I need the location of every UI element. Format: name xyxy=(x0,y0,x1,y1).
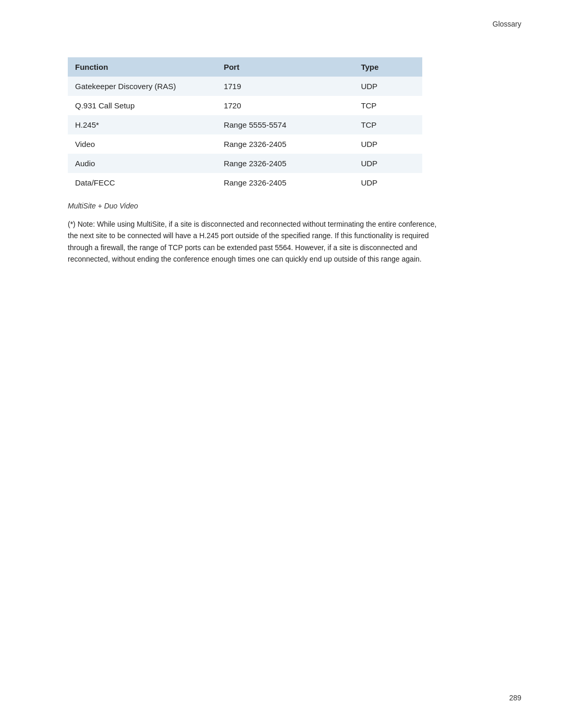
cell-port: 1719 xyxy=(216,77,353,96)
table-row: H.245*Range 5555-5574TCP xyxy=(68,115,422,134)
cell-function: Q.931 Call Setup xyxy=(68,96,216,115)
page-number: 289 xyxy=(509,694,521,702)
cell-port: 1720 xyxy=(216,96,353,115)
table-row: AudioRange 2326-2405UDP xyxy=(68,154,422,173)
cell-port: Range 2326-2405 xyxy=(216,173,353,192)
col-header-port: Port xyxy=(216,57,353,77)
cell-port: Range 2326-2405 xyxy=(216,134,353,154)
cell-type: TCP xyxy=(353,115,422,134)
table-header-row: Function Port Type xyxy=(68,57,422,77)
cell-type: UDP xyxy=(353,154,422,173)
page-header: Glossary xyxy=(493,20,521,28)
cell-type: TCP xyxy=(353,96,422,115)
cell-type: UDP xyxy=(353,173,422,192)
table-row: VideoRange 2326-2405UDP xyxy=(68,134,422,154)
note-text: (*) Note: While using MultiSite, if a si… xyxy=(68,218,443,265)
table-row: Gatekeeper Discovery (RAS)1719UDP xyxy=(68,77,422,96)
cell-port: Range 2326-2405 xyxy=(216,154,353,173)
cell-type: UDP xyxy=(353,134,422,154)
table-caption: MultiSite + Duo Video xyxy=(68,202,521,210)
table-row: Data/FECCRange 2326-2405UDP xyxy=(68,173,422,192)
cell-function: Video xyxy=(68,134,216,154)
col-header-type: Type xyxy=(353,57,422,77)
cell-function: Gatekeeper Discovery (RAS) xyxy=(68,77,216,96)
col-header-function: Function xyxy=(68,57,216,77)
cell-type: UDP xyxy=(353,77,422,96)
cell-port: Range 5555-5574 xyxy=(216,115,353,134)
cell-function: Audio xyxy=(68,154,216,173)
table-row: Q.931 Call Setup1720TCP xyxy=(68,96,422,115)
cell-function: H.245* xyxy=(68,115,216,134)
ports-table: Function Port Type Gatekeeper Discovery … xyxy=(68,57,422,192)
cell-function: Data/FECC xyxy=(68,173,216,192)
